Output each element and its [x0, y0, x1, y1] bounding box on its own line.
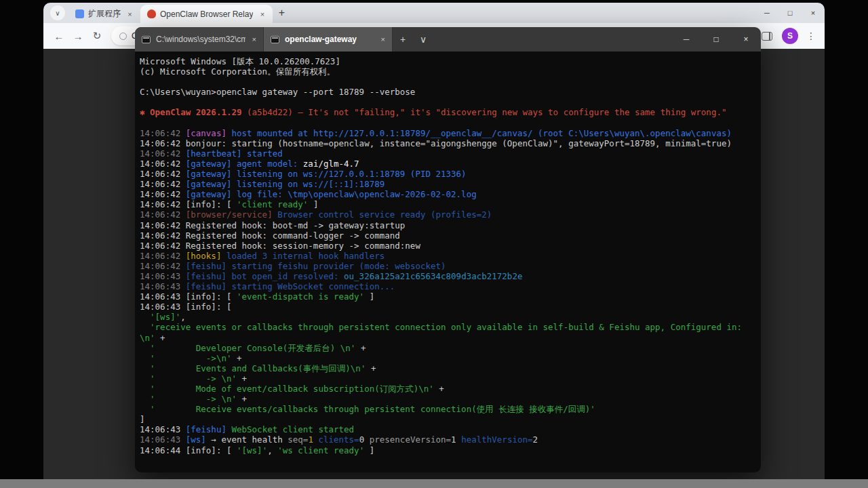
new-tab-button[interactable]: + — [273, 4, 290, 22]
terminal-line: 14:06:42 [info]: [ 'client ready' ] — [140, 199, 761, 209]
browser-window-controls: ─ □ × — [755, 3, 825, 23]
avatar-letter: S — [787, 31, 793, 41]
terminal-line: 14:06:42 [heartbeat] started — [140, 148, 761, 159]
terminal-line: ] — [140, 414, 761, 424]
maximize-button[interactable]: □ — [778, 3, 802, 23]
terminal-line: (c) Microsoft Corporation。保留所有权利。 — [140, 66, 761, 77]
terminal-line: 14:06:42 [feishu] starting feishu provid… — [140, 261, 761, 271]
terminal-line: 14:06:43 [info]: [ — [140, 302, 761, 312]
terminal-tab-cmd[interactable]: C:\windows\system32\cmd.exe × — [135, 27, 264, 52]
terminal-line: 14:06:44 [info]: [ '[ws]', 'ws client re… — [140, 445, 761, 455]
terminal-line: 14:06:42 Registered hook: command-logger… — [140, 230, 761, 241]
forward-button[interactable]: → — [69, 27, 87, 45]
avatar[interactable]: S — [782, 28, 798, 44]
bottom-strip — [0, 479, 868, 488]
minimize-button[interactable]: ─ — [671, 27, 701, 52]
close-button[interactable]: × — [802, 3, 825, 23]
terminal-line: 14:06:42 [gateway] log file: \tmp\opencl… — [140, 189, 761, 199]
terminal-line: 14:06:42 [gateway] agent model: zai/glm-… — [140, 159, 761, 169]
maximize-button[interactable]: □ — [701, 27, 731, 52]
terminal-line: 14:06:42 bonjour: starting (hostname=ope… — [140, 138, 761, 148]
close-tab-icon[interactable]: × — [252, 35, 256, 43]
terminal-line: 14:06:43 [feishu] starting WebSocket con… — [140, 281, 761, 291]
terminal-line — [140, 118, 761, 128]
terminal-line: '[ws]', — [140, 312, 761, 322]
terminal-line: ' -> \n' + — [140, 373, 761, 384]
terminal-body[interactable]: Microsoft Windows [版本 10.0.26200.7623](c… — [135, 52, 761, 472]
close-tab-icon[interactable]: × — [381, 35, 385, 43]
terminal-line: 14:06:43 [ws] → event health seq=1 clien… — [140, 434, 761, 445]
terminal-line: 14:06:43 [info]: [ 'event-dispatch is re… — [140, 291, 761, 302]
close-tab-icon[interactable]: × — [257, 9, 267, 19]
close-button[interactable]: × — [731, 27, 761, 52]
refresh-button[interactable]: ↻ — [88, 27, 106, 45]
minimize-button[interactable]: ─ — [755, 3, 778, 23]
new-terminal-tab-button[interactable]: + — [393, 27, 413, 52]
terminal-line: ' Receive events/callbacks through persi… — [140, 404, 761, 414]
tab-search-button[interactable]: ∨ — [50, 5, 65, 20]
terminal-line: ' -> \n' + — [140, 394, 761, 404]
desktop: ∨ 扩展程序 × OpenClaw Browser Relay × + ─ □ … — [0, 0, 868, 488]
terminal-line: C:\Users\wuyan>openclaw gateway --port 1… — [140, 87, 761, 97]
terminal-line: ✱ OpenClaw 2026.1.29 (a5b4d22) — It's no… — [140, 107, 761, 117]
console-window-icon — [142, 36, 151, 43]
terminal-line: 14:06:42 Registered hook: boot-md -> gat… — [140, 220, 761, 230]
browser-tab-extensions[interactable]: 扩展程序 × — [68, 5, 140, 23]
lobster-favicon-icon — [147, 9, 156, 18]
extensions-favicon-icon — [75, 9, 84, 18]
terminal-window-controls: ─ □ × — [671, 27, 761, 52]
terminal-line: \n' + — [140, 333, 761, 343]
tab-label: 扩展程序 — [88, 8, 121, 20]
terminal-line — [140, 97, 761, 107]
terminal-window: C:\windows\system32\cmd.exe × openclaw-g… — [135, 27, 761, 472]
tab-label: OpenClaw Browser Relay — [160, 9, 253, 19]
terminal-tab-label: openclaw-gateway — [285, 35, 357, 44]
back-button[interactable]: ← — [50, 27, 68, 45]
terminal-line: 14:06:42 Registered hook: session-memory… — [140, 241, 761, 251]
terminal-tab-label: C:\windows\system32\cmd.exe — [156, 35, 245, 44]
terminal-titlebar: C:\windows\system32\cmd.exe × openclaw-g… — [135, 27, 761, 52]
browser-menu-button[interactable]: ⋮ — [804, 30, 818, 41]
console-window-icon — [271, 36, 279, 43]
terminal-line: ' Events and Callbacks(事件与回调)\n' + — [140, 363, 761, 373]
terminal-line: ' Mode of event/callback subscription(订阅… — [140, 384, 761, 394]
terminal-line: ' ->\n' + — [140, 353, 761, 363]
terminal-line: 'receive events or callbacks through per… — [140, 322, 761, 332]
site-info-icon[interactable] — [119, 33, 127, 40]
terminal-tab-gateway[interactable]: openclaw-gateway × — [264, 27, 393, 52]
terminal-line: 14:06:42 [browser/service] Browser contr… — [140, 209, 761, 220]
terminal-line — [140, 77, 761, 87]
terminal-line: 14:06:43 [feishu] bot open_id resolved: … — [140, 271, 761, 281]
terminal-line: 14:06:42 [canvas] host mounted at http:/… — [140, 128, 761, 138]
terminal-line: ' Developer Console(开发者后台) \n' + — [140, 343, 761, 353]
chevron-down-icon: ∨ — [55, 9, 60, 17]
terminal-line: 14:06:42 [hooks] loaded 3 internal hook … — [140, 251, 761, 261]
terminal-line: Microsoft Windows [版本 10.0.26200.7623] — [140, 56, 761, 66]
close-tab-icon[interactable]: × — [125, 9, 135, 19]
side-panel-icon — [762, 32, 772, 41]
terminal-line: 14:06:43 [feishu] WebSocket client start… — [140, 424, 761, 434]
browser-tabstrip: ∨ 扩展程序 × OpenClaw Browser Relay × + ─ □ … — [43, 3, 825, 23]
terminal-line: 14:06:42 [gateway] listening on ws://[::… — [140, 179, 761, 189]
terminal-line: 14:06:42 [gateway] listening on ws://127… — [140, 169, 761, 179]
browser-tab-openclaw-relay[interactable]: OpenClaw Browser Relay × — [140, 5, 273, 23]
terminal-dropdown-button[interactable]: ∨ — [413, 27, 433, 52]
